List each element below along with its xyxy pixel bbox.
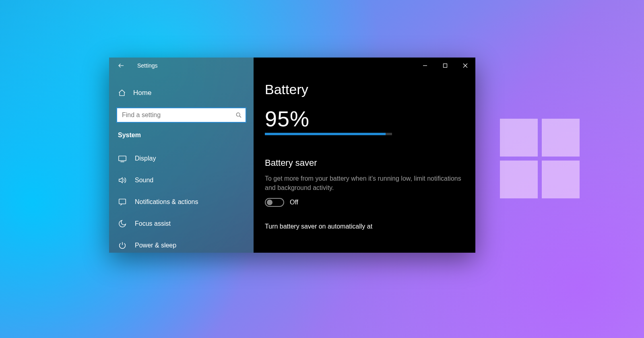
- power-icon: [118, 241, 127, 250]
- svg-marker-9: [119, 178, 122, 183]
- svg-point-5: [236, 113, 240, 116]
- sidebar-item-home[interactable]: Home: [109, 83, 254, 103]
- close-button[interactable]: [455, 58, 475, 74]
- focus-assist-icon: [118, 219, 127, 228]
- window-controls: [415, 58, 475, 74]
- battery-progress-track: [265, 133, 392, 135]
- battery-saver-toggle-state: Off: [290, 199, 298, 206]
- sidebar-item-label: Focus assist: [135, 220, 171, 227]
- sidebar-item-notifications[interactable]: Notifications & actions: [109, 191, 254, 213]
- svg-rect-1: [444, 64, 447, 68]
- content-pane: Battery 95% Battery saver To get more fr…: [254, 58, 475, 253]
- minimize-button[interactable]: [415, 58, 435, 74]
- notifications-icon: [118, 198, 127, 206]
- battery-saver-toggle[interactable]: [265, 198, 284, 207]
- maximize-button[interactable]: [435, 58, 455, 74]
- svg-line-6: [239, 116, 241, 117]
- sidebar-category: System: [109, 123, 254, 141]
- sidebar-item-label: Notifications & actions: [135, 198, 198, 206]
- battery-progress-fill: [265, 133, 386, 135]
- sound-icon: [118, 176, 127, 185]
- sidebar-item-focus-assist[interactable]: Focus assist: [109, 213, 254, 235]
- svg-rect-7: [119, 156, 126, 161]
- settings-window: Settings Home System Display: [109, 58, 475, 253]
- auto-saver-label: Turn battery saver on automatically at: [265, 223, 464, 230]
- back-button[interactable]: [113, 58, 129, 74]
- sidebar-item-label: Display: [135, 155, 156, 162]
- battery-percent: 95%: [265, 106, 464, 131]
- search-icon: [232, 112, 246, 118]
- battery-saver-heading: Battery saver: [265, 158, 464, 168]
- sidebar-item-display[interactable]: Display: [109, 148, 254, 169]
- search-input[interactable]: [117, 111, 232, 119]
- window-title: Settings: [137, 62, 158, 69]
- windows-logo: [500, 119, 580, 198]
- sidebar-home-label: Home: [133, 89, 151, 97]
- search-input-wrap[interactable]: [116, 107, 246, 123]
- sidebar: Settings Home System Display: [109, 58, 254, 253]
- sidebar-item-label: Sound: [135, 177, 153, 184]
- battery-saver-description: To get more from your battery when it's …: [265, 174, 464, 192]
- home-icon: [118, 89, 126, 97]
- toggle-knob: [267, 200, 272, 205]
- sidebar-nav: Display Sound Notifications & actions Fo…: [109, 148, 254, 253]
- svg-rect-10: [119, 199, 126, 204]
- sidebar-item-label: Power & sleep: [135, 242, 176, 249]
- sidebar-item-sound[interactable]: Sound: [109, 169, 254, 191]
- display-icon: [118, 154, 127, 163]
- sidebar-item-power-sleep[interactable]: Power & sleep: [109, 235, 254, 253]
- page-title: Battery: [265, 82, 464, 97]
